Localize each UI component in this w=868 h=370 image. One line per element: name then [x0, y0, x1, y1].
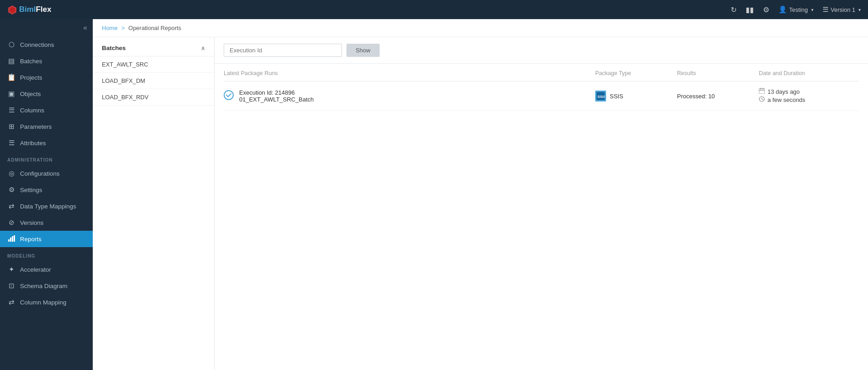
sidebar-item-accelerator[interactable]: ✦ Accelerator [0, 261, 93, 278]
sidebar-item-label: Batches [20, 58, 42, 65]
date-cell: 13 days ago a few s [759, 88, 859, 104]
versions-icon: ⊘ [7, 218, 15, 227]
duration-line: a few seconds [759, 96, 859, 103]
sidebar-item-label: Configurations [20, 170, 60, 177]
sidebar-item-label: Reports [20, 236, 41, 243]
settings-button[interactable]: ⚙ [763, 5, 769, 14]
parameters-icon: ⊞ [7, 122, 15, 131]
refresh-button[interactable]: ↻ [731, 5, 737, 14]
col-header-results: Results [677, 70, 759, 76]
batch-panel-title: Batches [102, 45, 126, 51]
col-header-date-and-duration: Date and Duration [759, 70, 859, 76]
batch-item-load-bfx-rdv[interactable]: LOAD_BFX_RDV [93, 89, 214, 106]
sidebar-item-label: Column Mapping [20, 299, 66, 306]
app-logo: BimlFlex [7, 5, 51, 15]
col-header-package-type: Package Type [595, 70, 677, 76]
breadcrumb: Home > Operational Reports [93, 19, 868, 37]
logo-text: BimlFlex [19, 5, 51, 14]
report-panel: Show Latest Package Runs Package Type Re… [215, 37, 868, 370]
attributes-icon: ☰ [7, 139, 15, 147]
batch-expand-icon[interactable]: ∧ [201, 45, 205, 51]
sidebar-item-label: Schema Diagram [20, 283, 67, 289]
results-cell: Processed: 10 [677, 93, 759, 100]
reports-icon [7, 235, 15, 243]
col-header-latest-package-runs: Latest Package Runs [224, 70, 595, 76]
topnav-right: ↻ ▮▮ ⚙ 👤 Testing ▾ ☰ Version 1 ▾ [731, 5, 861, 14]
sidebar-item-connections[interactable]: ⬡ Connections [0, 36, 93, 53]
calendar-icon [759, 88, 765, 95]
sidebar-item-reports[interactable]: Reports [0, 231, 93, 247]
sidebar-item-columns[interactable]: ☰ Columns [0, 102, 93, 118]
data-type-mappings-icon: ⇄ [7, 202, 15, 210]
sidebar: « ⬡ Connections ▤ Batches 📋 Projects ▣ O… [0, 19, 93, 370]
logo-icon [7, 5, 17, 15]
batch-panel: Batches ∧ EXT_AWLT_SRC LOAD_BFX_DM LOAD_… [93, 37, 215, 370]
svg-rect-2 [8, 239, 10, 242]
date-line: 13 days ago [759, 88, 859, 95]
sidebar-item-label: Columns [20, 107, 44, 114]
user-chevron-icon: ▾ [811, 7, 813, 12]
sidebar-item-label: Settings [20, 187, 42, 193]
version-chevron-icon: ▾ [858, 7, 861, 12]
table-header: Latest Package Runs Package Type Results… [224, 64, 859, 81]
svg-rect-3 [10, 238, 11, 242]
date-label: 13 days ago [768, 88, 800, 95]
batch-item-load-bfx-dm[interactable]: LOAD_BFX_DM [93, 73, 214, 89]
admin-section-label: ADMINISTRATION [0, 151, 93, 165]
ssis-icon: SSIS [595, 91, 606, 101]
content-area: Home > Operational Reports Batches ∧ EXT… [93, 19, 868, 370]
objects-icon: ▣ [7, 90, 15, 98]
show-button[interactable]: Show [346, 44, 380, 57]
execution-id-label: Execution Id: 214896 [239, 89, 314, 96]
sidebar-item-objects[interactable]: ▣ Objects [0, 86, 93, 102]
accelerator-icon: ✦ [7, 265, 15, 274]
settings-icon: ⚙ [7, 186, 15, 194]
sidebar-item-attributes[interactable]: ☰ Attributes [0, 135, 93, 151]
sidebar-item-data-type-mappings[interactable]: ⇄ Data Type Mappings [0, 198, 93, 214]
table-row: Execution Id: 214896 01_EXT_AWLT_SRC_Bat… [224, 81, 859, 111]
run-cell: Execution Id: 214896 01_EXT_AWLT_SRC_Bat… [224, 89, 595, 103]
svg-text:SSIS: SSIS [597, 95, 605, 99]
columns-icon: ☰ [7, 106, 15, 114]
batch-item-ext-awlt-src[interactable]: EXT_AWLT_SRC [93, 56, 214, 73]
breadcrumb-home[interactable]: Home [102, 25, 118, 31]
connections-icon: ⬡ [7, 41, 15, 49]
sidebar-item-label: Accelerator [20, 266, 51, 273]
clock-icon [759, 96, 765, 103]
sidebar-item-column-mapping[interactable]: ⇄ Column Mapping [0, 294, 93, 310]
version-label: Version 1 [831, 6, 855, 13]
sidebar-item-projects[interactable]: 📋 Projects [0, 69, 93, 86]
breadcrumb-separator: > [121, 25, 125, 31]
svg-line-15 [762, 99, 763, 100]
sidebar-item-schema-diagram[interactable]: ⊡ Schema Diagram [0, 278, 93, 294]
run-info: Execution Id: 214896 01_EXT_AWLT_SRC_Bat… [239, 89, 314, 103]
main-area: Batches ∧ EXT_AWLT_SRC LOAD_BFX_DM LOAD_… [93, 37, 868, 370]
sidebar-item-configurations[interactable]: ◎ Configurations [0, 165, 93, 182]
sidebar-item-batches[interactable]: ▤ Batches [0, 53, 93, 69]
sidebar-collapse-button[interactable]: « [0, 19, 93, 36]
sidebar-item-label: Connections [20, 41, 54, 48]
user-icon: 👤 [778, 5, 787, 14]
configurations-icon: ◎ [7, 169, 15, 177]
table-area: Latest Package Runs Package Type Results… [215, 64, 868, 370]
svg-rect-9 [759, 89, 765, 94]
sidebar-item-label: Attributes [20, 140, 46, 147]
schema-diagram-icon: ⊡ [7, 282, 15, 290]
deploy-button[interactable]: ▮▮ [746, 5, 754, 14]
package-type-label: SSIS [610, 93, 623, 100]
duration-label: a few seconds [768, 96, 805, 103]
user-label: Testing [789, 6, 808, 13]
modeling-section-label: MODELING [0, 247, 93, 261]
sidebar-item-settings[interactable]: ⚙ Settings [0, 182, 93, 198]
sidebar-item-label: Versions [20, 219, 44, 226]
user-menu[interactable]: 👤 Testing ▾ [778, 5, 813, 14]
sidebar-item-versions[interactable]: ⊘ Versions [0, 214, 93, 231]
version-menu[interactable]: ☰ Version 1 ▾ [823, 5, 861, 14]
execution-id-input[interactable] [224, 44, 342, 57]
batch-panel-header: Batches ∧ [93, 37, 214, 56]
sidebar-item-label: Projects [20, 74, 42, 81]
sidebar-item-parameters[interactable]: ⊞ Parameters [0, 118, 93, 135]
column-mapping-icon: ⇄ [7, 298, 15, 306]
package-type-cell: SSIS SSIS [595, 91, 677, 101]
sidebar-item-label: Data Type Mappings [20, 203, 76, 210]
